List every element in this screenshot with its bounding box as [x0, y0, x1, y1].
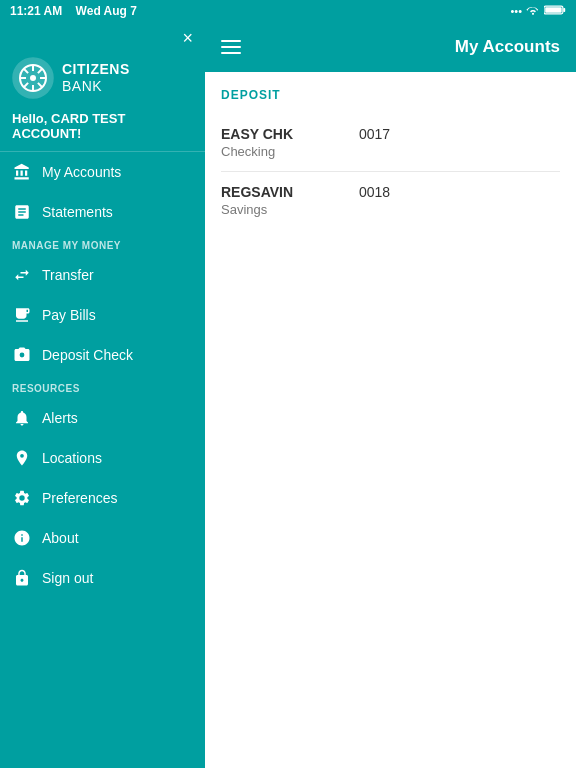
sidebar-item-my-accounts[interactable]: My Accounts [0, 152, 205, 192]
page-title: My Accounts [253, 37, 560, 57]
hamburger-button[interactable] [221, 40, 241, 54]
sidebar-item-preferences[interactable]: Preferences [0, 478, 205, 518]
svg-rect-1 [563, 8, 565, 12]
sidebar-item-alerts[interactable]: Alerts [0, 398, 205, 438]
status-time-date: 11:21 AM Wed Aug 7 [10, 4, 137, 18]
svg-point-5 [30, 75, 36, 81]
sidebar-item-label: About [42, 530, 79, 546]
sidebar-item-about[interactable]: About [0, 518, 205, 558]
accounts-content: DEPOSIT EASY CHK 0017 Checking REGSAVIN … [205, 72, 576, 768]
account-type: Checking [221, 144, 406, 159]
resources-section-label: RESOURCES [0, 375, 205, 398]
statements-icon [12, 202, 32, 222]
sidebar-item-label: Statements [42, 204, 113, 220]
sidebar-item-sign-out[interactable]: Sign out [0, 558, 205, 598]
wifi-icon [526, 5, 540, 17]
manage-section-label: MANAGE MY MONEY [0, 232, 205, 255]
bank-icon [12, 162, 32, 182]
lock-icon [12, 568, 32, 588]
main-header: My Accounts [205, 22, 576, 72]
main-content: My Accounts DEPOSIT EASY CHK 0017 Checki… [205, 22, 576, 768]
gear-icon [12, 488, 32, 508]
sidebar-item-label: Locations [42, 450, 102, 466]
sidebar-item-deposit-check[interactable]: Deposit Check [0, 335, 205, 375]
battery-icon [544, 5, 566, 17]
greeting-text: Hello, CARD TEST ACCOUNT! [0, 107, 205, 152]
svg-rect-2 [545, 7, 562, 13]
info-icon [12, 528, 32, 548]
brand-logo [12, 57, 54, 99]
sidebar-item-label: Pay Bills [42, 307, 96, 323]
account-type: Savings [221, 202, 406, 217]
status-bar: 11:21 AM Wed Aug 7 ••• [0, 0, 576, 22]
sidebar-item-label: Deposit Check [42, 347, 133, 363]
signal-icon: ••• [510, 5, 522, 17]
account-details: EASY CHK 0017 Checking [221, 126, 406, 159]
bills-icon [12, 305, 32, 325]
brand-name: CITIZENSBANK [62, 61, 130, 95]
transfer-icon [12, 265, 32, 285]
sidebar-item-label: My Accounts [42, 164, 121, 180]
alert-icon [12, 408, 32, 428]
main-nav: My Accounts Statements [0, 152, 205, 232]
account-number: 0017 [359, 126, 390, 142]
location-icon [12, 448, 32, 468]
sidebar-item-statements[interactable]: Statements [0, 192, 205, 232]
status-indicators: ••• [510, 5, 566, 17]
sidebar-item-transfer[interactable]: Transfer [0, 255, 205, 295]
sidebar-item-label: Transfer [42, 267, 94, 283]
sidebar-item-label: Preferences [42, 490, 117, 506]
brand: CITIZENSBANK [0, 53, 205, 107]
account-name: EASY CHK [221, 126, 311, 142]
app-layout: × CITIZENSBANK Hello, CARD TEST ACCOUNT! [0, 22, 576, 768]
sidebar-item-label: Alerts [42, 410, 78, 426]
camera-icon [12, 345, 32, 365]
account-item-easy-chk[interactable]: EASY CHK 0017 Checking [221, 114, 560, 172]
account-item-regsavin[interactable]: REGSAVIN 0018 Savings [221, 172, 560, 229]
account-name: REGSAVIN [221, 184, 311, 200]
sidebar-item-locations[interactable]: Locations [0, 438, 205, 478]
sidebar: × CITIZENSBANK Hello, CARD TEST ACCOUNT! [0, 22, 205, 768]
sidebar-item-label: Sign out [42, 570, 93, 586]
account-details: REGSAVIN 0018 Savings [221, 184, 406, 217]
close-button[interactable]: × [0, 22, 205, 53]
sidebar-item-pay-bills[interactable]: Pay Bills [0, 295, 205, 335]
deposit-section-title: DEPOSIT [221, 88, 560, 106]
account-number: 0018 [359, 184, 390, 200]
